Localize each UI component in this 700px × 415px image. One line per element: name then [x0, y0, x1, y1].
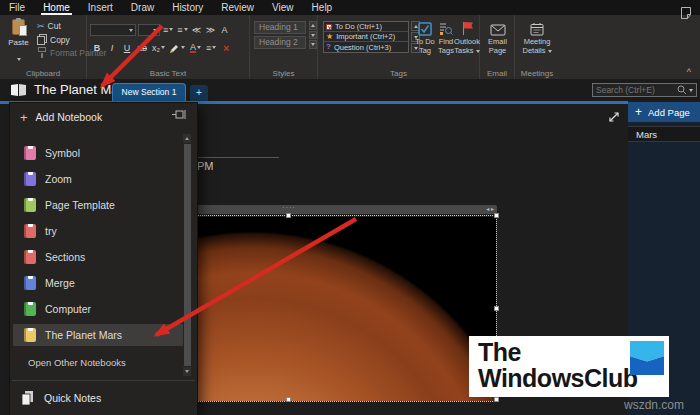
add-page-button[interactable]: + Add Page	[628, 102, 700, 122]
resize-handle-top-right[interactable]	[494, 213, 499, 218]
meeting-details-button[interactable]: Meeting Details	[521, 19, 553, 73]
strikethrough-button[interactable]: ab	[136, 41, 148, 54]
style-heading2[interactable]: Heading 2	[254, 36, 306, 49]
bold-button[interactable]: B	[91, 41, 103, 54]
collapse-ribbon-button[interactable]: ^	[687, 68, 691, 77]
notebook-item-computer[interactable]: Computer	[10, 296, 197, 322]
styles-more[interactable]	[309, 40, 317, 49]
notebooks-scrollbar[interactable]	[183, 134, 191, 376]
notebook-item-sections[interactable]: Sections	[10, 244, 197, 270]
numbering-icon: ≡	[177, 25, 182, 35]
group-tags: To Do (Ctrl+1) ★ Important (Ctrl+2) ? Qu…	[318, 15, 480, 79]
scroll-up-icon[interactable]	[183, 134, 191, 143]
numbering-button[interactable]: ≡	[176, 23, 188, 36]
resize-handle-mid-right[interactable]	[494, 306, 499, 311]
highlight-button[interactable]	[169, 41, 186, 54]
open-other-notebooks-link[interactable]: Open Other Notebooks	[28, 357, 126, 368]
paragraph-icon: ≡	[206, 43, 211, 53]
expand-page-icon[interactable]	[607, 110, 621, 124]
tag-question[interactable]: ? Question (Ctrl+3)	[324, 42, 408, 52]
paragraph-alignment-button[interactable]: ≡	[205, 41, 217, 54]
font-name-combo[interactable]	[90, 24, 136, 36]
scissors-icon: ✂	[37, 21, 45, 31]
scroll-down-icon[interactable]	[183, 367, 191, 376]
cut-button[interactable]: ✂ Cut	[37, 21, 61, 31]
resize-handle-top-center[interactable]	[286, 213, 291, 218]
search-icon	[677, 85, 687, 95]
font-color-button[interactable]: A	[189, 41, 202, 54]
copy-button[interactable]: Copy	[37, 34, 70, 45]
tab-draw[interactable]: Draw	[122, 0, 163, 15]
paste-dropdown-icon[interactable]	[17, 58, 21, 61]
section-tab-new-section-1[interactable]: New Section 1	[112, 83, 186, 101]
calendar-icon	[530, 22, 545, 36]
media-prev-next-icons[interactable]: ◂ ▸	[486, 205, 494, 214]
notebooks-dropdown-panel: + Add Notebook Symbol Zoom Page Template…	[10, 103, 197, 415]
search-scope-dropdown-icon[interactable]	[689, 89, 693, 92]
italic-button[interactable]: I	[106, 41, 118, 54]
plus-icon: +	[20, 111, 28, 124]
page-item-mars[interactable]: Mars	[628, 126, 700, 142]
notebook-item-try[interactable]: try	[10, 218, 197, 244]
plus-icon: +	[635, 106, 642, 118]
notebook-icon	[24, 224, 36, 238]
panel-divider	[12, 380, 195, 381]
scroll-thumb[interactable]	[184, 144, 191, 366]
resize-handle-bottom-right[interactable]	[494, 397, 499, 402]
tab-help[interactable]: Help	[303, 0, 342, 15]
tab-home[interactable]: Home	[34, 0, 79, 15]
add-notebook-button[interactable]: + Add Notebook	[10, 107, 197, 127]
quick-notes-button[interactable]: Quick Notes	[10, 385, 197, 411]
site-watermark-text: wszdn.com	[624, 398, 684, 412]
outlook-tasks-button[interactable]: Outlook Tasks	[454, 19, 480, 73]
group-email: Email Page Email	[480, 15, 515, 79]
email-group-label: Email	[480, 69, 514, 78]
highlighter-icon	[170, 43, 180, 53]
notebook-item-merge[interactable]: Merge	[10, 270, 197, 296]
add-section-tab[interactable]: +	[190, 85, 208, 101]
tab-view[interactable]: View	[263, 0, 303, 15]
clear-formatting-button[interactable]: A	[219, 23, 231, 36]
notebook-item-page-template[interactable]: Page Template	[10, 192, 197, 218]
search-box[interactable]	[592, 83, 697, 97]
delete-button[interactable]: ×	[220, 41, 232, 54]
notebook-item-zoom[interactable]: Zoom	[10, 166, 197, 192]
notebook-item-the-planet-mars[interactable]: The Planet Mars	[10, 322, 197, 348]
style-heading1[interactable]: Heading 1	[254, 21, 306, 34]
windowsclub-logo-icon	[630, 341, 664, 375]
sticky-note-icon[interactable]	[680, 6, 692, 20]
resize-handle-bottom-center[interactable]	[286, 397, 291, 402]
email-page-button[interactable]: Email Page	[484, 19, 511, 73]
paste-icon	[12, 19, 25, 35]
search-input[interactable]	[593, 85, 677, 95]
notebook-book-icon	[10, 83, 27, 97]
question-icon: ?	[326, 43, 331, 51]
underline-button[interactable]: U	[121, 41, 133, 54]
increase-indent-button[interactable]: ≫	[205, 23, 217, 36]
envelope-icon	[490, 24, 506, 36]
paste-button[interactable]: Paste	[5, 18, 32, 68]
todo-tag-button[interactable]: To Do Tag	[413, 19, 437, 73]
group-styles: Heading 1 Heading 2 Styles	[250, 15, 318, 79]
tab-file[interactable]: File	[0, 0, 34, 15]
subscript-button[interactable]: x₂	[151, 41, 166, 54]
pin-panel-icon[interactable]	[172, 109, 187, 120]
styles-scroll-up[interactable]	[309, 21, 317, 30]
decrease-indent-button[interactable]: ≪	[191, 23, 203, 36]
group-clipboard: Paste ✂ Cut Copy Format Painter Clipboar…	[0, 15, 87, 79]
page-title-underline	[197, 157, 279, 158]
tab-insert[interactable]: Insert	[79, 0, 122, 15]
windowsclub-watermark: The WindowsClub	[469, 336, 669, 397]
tab-review[interactable]: Review	[212, 0, 263, 15]
copy-icon	[37, 34, 47, 45]
tag-important[interactable]: ★ Important (Ctrl+2)	[324, 32, 408, 42]
tag-todo[interactable]: To Do (Ctrl+1)	[324, 22, 408, 32]
basic-text-group-label: Basic Text	[87, 69, 249, 78]
notebook-icon	[24, 172, 36, 186]
tab-history[interactable]: History	[163, 0, 212, 15]
styles-scroll-down[interactable]	[309, 31, 317, 40]
font-size-combo[interactable]	[138, 24, 160, 36]
ribbon: Paste ✂ Cut Copy Format Painter Clipboar…	[0, 15, 700, 79]
bullets-button[interactable]: ≡	[162, 23, 174, 36]
notebook-item-symbol[interactable]: Symbol	[10, 140, 197, 166]
